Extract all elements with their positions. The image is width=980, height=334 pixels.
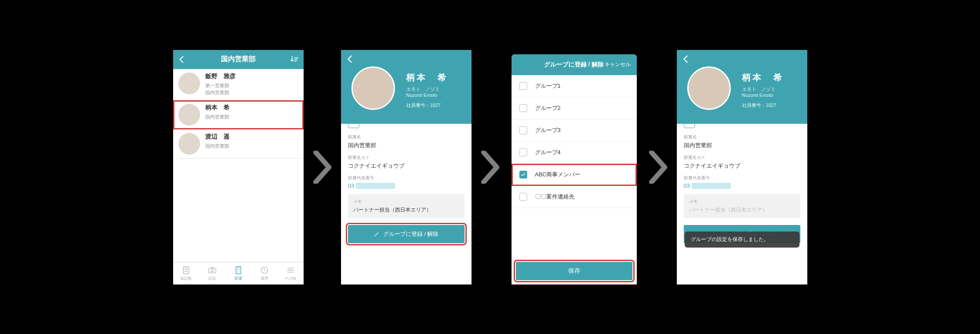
detail-header: 柄本 希 エモト ノゾミ Nozomi Emoto 社員番号：1027 — [677, 50, 807, 124]
chevron-left-icon — [177, 55, 186, 64]
sheet-header: グループに登録 / 解除 キャンセル — [512, 54, 637, 75]
cancel-button[interactable]: キャンセル — [605, 61, 631, 68]
memo-box: メモ パートナー担当（西日本エリア） — [684, 194, 800, 218]
contact-row[interactable]: 渡辺 遥 国内営業部 — [173, 129, 304, 159]
detail-fields: 部署名 国内営業部 部署名カナ コクナイエイギョウブ 部署代表番号 03 メモ … — [341, 130, 472, 218]
avatar — [178, 133, 200, 155]
contact-name: 柄本 希 — [406, 72, 448, 83]
contact-name: 渡辺 遥 — [205, 133, 230, 141]
building-icon — [234, 265, 243, 275]
contact-romaji: Nozomi Emoto — [406, 93, 448, 98]
group-label: ABC商事メンバー — [535, 171, 581, 179]
contact-row[interactable]: 飯野 雅彦 第一営業部 国内営業部 — [173, 69, 304, 100]
contact-photo — [687, 66, 731, 110]
contact-dept: 第一営業部 — [205, 82, 236, 89]
contact-name: 柄本 希 — [742, 72, 784, 83]
field-label: メモ — [353, 198, 459, 205]
flow-arrow — [304, 151, 341, 184]
phonebook-icon — [181, 265, 191, 275]
group-row[interactable]: グループ3 — [512, 119, 637, 142]
field-value: パートナー担当（西日本エリア） — [689, 206, 795, 214]
contact-name: 柄本 希 — [205, 104, 230, 112]
sheet-title: グループに登録 / 解除 — [544, 61, 604, 69]
field-value: コクナイエイギョウブ — [348, 162, 465, 170]
button-label: グループに登録 / 解除 — [383, 230, 439, 238]
save-button[interactable]: 保存 — [516, 262, 632, 280]
field-label: 部署名 — [684, 134, 800, 140]
group-label: グループ1 — [535, 82, 561, 90]
field-value: コクナイエイギョウブ — [684, 162, 800, 170]
screen-group-select: グループに登録 / 解除 キャンセル グループ1 グループ2 グループ3 グルー… — [509, 50, 639, 284]
svg-point-2 — [211, 269, 214, 272]
field-value: 国内営業部 — [348, 142, 465, 149]
screen-contact-list: 国内営業部 飯野 雅彦 第一営業部 国内営業部 柄本 希 国内 — [173, 50, 304, 284]
checkbox[interactable] — [519, 104, 527, 112]
tab-bar: 電話帳 読取 部署 履歴 その他 — [173, 262, 304, 284]
contact-dept: 国内営業部 — [205, 142, 230, 150]
tab-label: 部署 — [234, 276, 242, 281]
field-label: 部署名カナ — [348, 155, 465, 161]
masked-phone — [692, 183, 731, 189]
field-value: 国内営業部 — [684, 142, 800, 149]
field-label: 部署代表番号 — [348, 175, 465, 181]
checkbox[interactable] — [519, 149, 527, 156]
field-value-phone[interactable]: 03 — [684, 182, 800, 189]
header: 国内営業部 — [173, 50, 304, 69]
tab-label: 読取 — [208, 276, 216, 281]
back-button[interactable] — [345, 54, 355, 66]
checkbox[interactable] — [519, 193, 527, 201]
employee-number: 社員番号：1027 — [406, 102, 448, 109]
screen-contact-detail-saved: 柄本 希 エモト ノゾミ Nozomi Emoto 社員番号：1027 部署名 … — [677, 50, 807, 284]
contact-photo — [351, 66, 395, 110]
field-label: 部署名カナ — [684, 155, 800, 161]
contact-name: 飯野 雅彦 — [205, 73, 236, 80]
tab-label: その他 — [284, 276, 296, 281]
contact-dept: 国内営業部 — [205, 113, 230, 121]
chevron-right-icon — [312, 151, 333, 184]
field-label: メモ — [689, 198, 795, 205]
clock-icon — [260, 265, 269, 275]
svg-rect-1 — [208, 268, 216, 273]
group-sheet: グループに登録 / 解除 キャンセル グループ1 グループ2 グループ3 グルー… — [512, 54, 637, 284]
back-button[interactable] — [177, 50, 186, 69]
masked-phone — [356, 183, 395, 189]
flow-arrow — [639, 151, 677, 184]
svg-rect-0 — [183, 266, 189, 274]
employee-number: 社員番号：1027 — [742, 102, 784, 109]
tab-scan[interactable]: 読取 — [199, 262, 225, 284]
checkbox[interactable] — [519, 82, 527, 90]
group-row[interactable]: ABC商事メンバー — [512, 164, 637, 186]
tab-other[interactable]: その他 — [278, 262, 304, 284]
detail-header: 柄本 希 エモト ノゾミ Nozomi Emoto 社員番号：1027 — [341, 50, 472, 124]
group-row[interactable]: グループ1 — [512, 75, 637, 97]
screen-contact-detail: 柄本 希 エモト ノゾミ Nozomi Emoto 社員番号：1027 部署名 … — [341, 50, 472, 284]
group-list: グループ1 グループ2 グループ3 グループ4 ABC商事メンバー 〇〇案件連絡… — [512, 75, 637, 258]
contact-row[interactable]: 柄本 希 国内営業部 — [173, 100, 304, 129]
group-label: 〇〇案件連絡先 — [535, 193, 575, 201]
group-row[interactable]: グループ2 — [512, 97, 637, 119]
tab-label: 履歴 — [261, 276, 268, 281]
group-label: グループ3 — [535, 126, 561, 134]
group-register-button[interactable]: グループに登録 / 解除 — [348, 225, 465, 243]
field-label: 部署名 — [348, 134, 465, 140]
field-label: 部署代表番号 — [684, 175, 800, 181]
chevron-left-icon — [345, 54, 355, 64]
field-value: パートナー担当（西日本エリア） — [353, 206, 459, 214]
contact-dept2: 国内営業部 — [205, 89, 236, 96]
tab-department[interactable]: 部署 — [225, 262, 251, 284]
checkbox[interactable] — [519, 171, 527, 179]
avatar — [178, 104, 200, 126]
back-button[interactable] — [681, 54, 691, 66]
chevron-left-icon — [681, 54, 691, 64]
group-row[interactable]: グループ4 — [512, 142, 637, 164]
contact-list: 飯野 雅彦 第一営業部 国内営業部 柄本 希 国内営業部 渡辺 遥 国内営業部 — [173, 69, 304, 262]
field-value-phone[interactable]: 03 — [348, 182, 465, 189]
tab-phonebook[interactable]: 電話帳 — [173, 262, 199, 284]
chevron-right-icon — [648, 151, 669, 184]
group-label: グループ2 — [535, 104, 561, 112]
group-row[interactable]: 〇〇案件連絡先 — [512, 186, 637, 208]
tab-history[interactable]: 履歴 — [251, 262, 278, 284]
sort-button[interactable] — [290, 50, 299, 69]
checkbox[interactable] — [519, 126, 527, 134]
group-label: グループ4 — [535, 149, 561, 156]
